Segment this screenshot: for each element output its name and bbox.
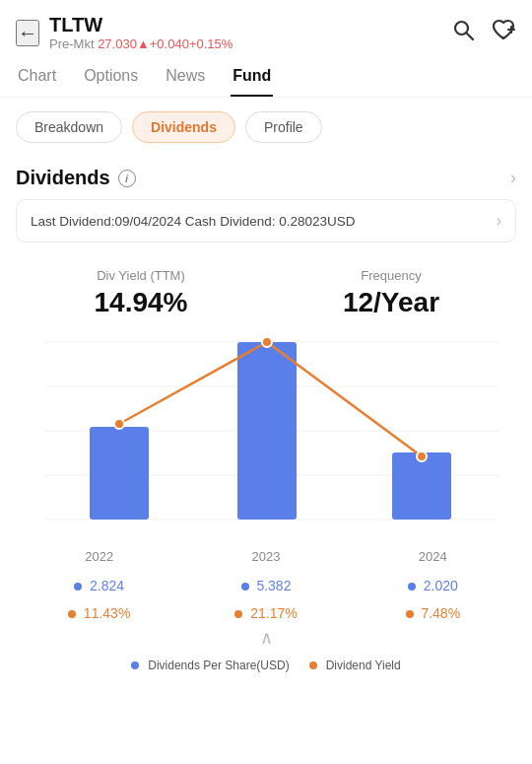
chart-area bbox=[0, 322, 532, 539]
year-2022: 2022 bbox=[16, 549, 182, 564]
legend-orange: Dividend Yield bbox=[309, 659, 401, 672]
svg-line-1 bbox=[467, 34, 474, 40]
watchlist-button[interactable] bbox=[491, 18, 516, 47]
div-val-2023: 5.382 bbox=[182, 578, 349, 593]
chart-data-row: 2022 2023 2024 bbox=[0, 539, 532, 572]
ticker-premarket: Pre-Mkt 27.030▲+0.040+0.15% bbox=[49, 36, 233, 51]
yield-2023: 21.17% bbox=[182, 605, 349, 621]
stats-row: Div Yield (TTM) 14.94% Frequency 12/Year bbox=[0, 258, 532, 322]
collapse-row[interactable]: ∧ bbox=[0, 625, 532, 651]
dividend-val-2023: 5.382 bbox=[182, 578, 349, 595]
premarket-arrow: ▲ bbox=[137, 36, 150, 51]
chevron-right-icon[interactable]: › bbox=[510, 168, 516, 188]
tab-news[interactable]: News bbox=[164, 57, 207, 97]
dividend-val-2022: 2.824 bbox=[16, 578, 182, 595]
section-title: Dividends i bbox=[16, 167, 136, 189]
frequency-label: Frequency bbox=[266, 268, 516, 283]
bar-2024 bbox=[392, 452, 451, 520]
ticker-symbol: TLTW bbox=[49, 14, 233, 36]
year-2023: 2023 bbox=[182, 549, 349, 564]
div-val-2022: 2.824 bbox=[16, 578, 182, 593]
div-val-2024: 2.020 bbox=[350, 578, 516, 593]
blue-dot-2024 bbox=[408, 583, 416, 590]
yield-val-2023: 21.17% bbox=[182, 605, 349, 621]
ticker-block: TLTW Pre-Mkt 27.030▲+0.040+0.15% bbox=[49, 14, 233, 51]
yield-2024: 7.48% bbox=[350, 605, 516, 621]
dot-2022 bbox=[114, 419, 124, 429]
div-yield-label: Div Yield (TTM) bbox=[16, 268, 266, 283]
search-button[interactable] bbox=[451, 18, 475, 47]
orange-dot-2023 bbox=[234, 610, 242, 618]
tab-options[interactable]: Options bbox=[82, 57, 140, 97]
blue-dot-2023 bbox=[241, 583, 249, 590]
legend-orange-label: Dividend Yield bbox=[326, 659, 401, 672]
legend-blue: Dividends Per Share(USD) bbox=[131, 659, 289, 672]
div-val-2023-text: 5.382 bbox=[256, 578, 291, 593]
data-col-2023: 2023 bbox=[182, 549, 349, 568]
legend-orange-dot bbox=[309, 661, 317, 669]
yield-2024-text: 7.48% bbox=[421, 605, 460, 621]
div-yield-block: Div Yield (TTM) 14.94% bbox=[16, 268, 266, 318]
yield-val-2022: 11.43% bbox=[16, 605, 182, 621]
tab-fund[interactable]: Fund bbox=[231, 57, 273, 97]
div-yield-value: 14.94% bbox=[16, 287, 266, 318]
frequency-block: Frequency 12/Year bbox=[266, 268, 516, 318]
sub-tab-dividends[interactable]: Dividends bbox=[132, 111, 235, 143]
year-2024: 2024 bbox=[350, 549, 516, 564]
yield-values-row: 11.43% 21.17% 7.48% bbox=[0, 595, 532, 625]
tab-chart[interactable]: Chart bbox=[16, 57, 58, 97]
yield-val-2024: 7.48% bbox=[350, 605, 516, 621]
legend-row: Dividends Per Share(USD) Dividend Yield bbox=[0, 651, 532, 680]
legend-blue-label: Dividends Per Share(USD) bbox=[148, 659, 289, 672]
bar-2022 bbox=[90, 427, 149, 520]
div-val-2022-text: 2.824 bbox=[90, 578, 124, 593]
premarket-price: 27.030 bbox=[98, 36, 137, 51]
dividend-info-text: Last Dividend:09/04/2024 Cash Dividend: … bbox=[31, 214, 355, 229]
header-right bbox=[451, 18, 516, 47]
sub-tabs: Breakdown Dividends Profile bbox=[0, 98, 532, 153]
legend-blue-dot bbox=[131, 661, 139, 669]
dot-2024 bbox=[417, 451, 427, 461]
premarket-change: +0.040 bbox=[150, 36, 189, 51]
div-val-2024-text: 2.020 bbox=[424, 578, 458, 593]
frequency-value: 12/Year bbox=[266, 287, 516, 318]
header: ← TLTW Pre-Mkt 27.030▲+0.040+0.15% bbox=[0, 0, 532, 57]
dividends-title: Dividends bbox=[16, 167, 110, 189]
data-col-2022: 2022 bbox=[16, 549, 182, 568]
sub-tab-profile[interactable]: Profile bbox=[245, 111, 322, 143]
premarket-pct: +0.15% bbox=[189, 36, 233, 51]
nav-tabs: Chart Options News Fund bbox=[0, 57, 532, 98]
yield-2023-text: 21.17% bbox=[250, 605, 297, 621]
dividend-info-chevron: › bbox=[497, 212, 501, 230]
sub-tab-breakdown[interactable]: Breakdown bbox=[16, 111, 122, 143]
dividend-info-box[interactable]: Last Dividend:09/04/2024 Cash Dividend: … bbox=[16, 199, 516, 243]
section-header: Dividends i › bbox=[0, 153, 532, 199]
info-icon[interactable]: i bbox=[118, 170, 136, 187]
dot-2023 bbox=[262, 337, 272, 347]
back-button[interactable]: ← bbox=[16, 20, 39, 46]
orange-dot-2024 bbox=[406, 610, 414, 618]
header-left: ← TLTW Pre-Mkt 27.030▲+0.040+0.15% bbox=[16, 14, 233, 51]
premarket-label: Pre-Mkt bbox=[49, 36, 95, 51]
dividend-chart bbox=[16, 332, 516, 539]
yield-2022: 11.43% bbox=[16, 605, 182, 621]
dividend-val-2024: 2.020 bbox=[350, 578, 516, 595]
data-col-2024: 2024 bbox=[350, 549, 516, 568]
blue-dot-2022 bbox=[74, 583, 82, 590]
dividend-values-row: 2.824 5.382 2.020 bbox=[0, 568, 532, 599]
orange-dot-2022 bbox=[68, 610, 76, 618]
yield-2022-text: 11.43% bbox=[84, 605, 130, 621]
bar-2023 bbox=[237, 342, 297, 520]
